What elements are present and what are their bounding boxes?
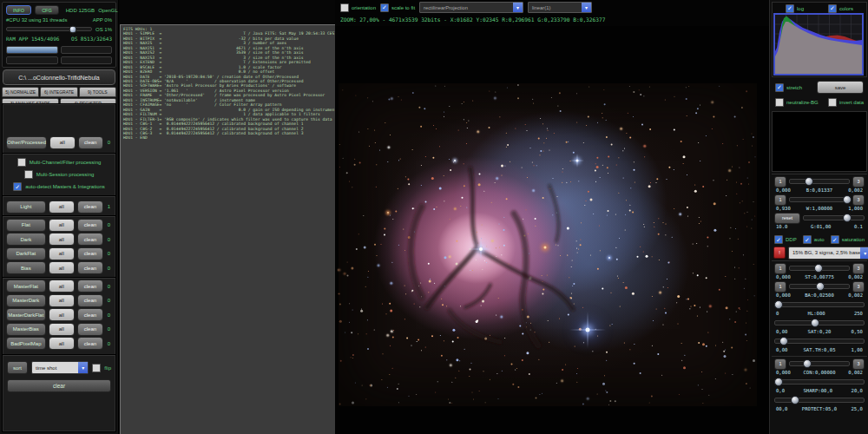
frame-clean-button[interactable]: clean <box>77 219 103 232</box>
chevron-down-icon[interactable]: ▾ <box>860 247 868 259</box>
sort-dropdown[interactable]: time shot ▾ <box>31 361 89 374</box>
slider-decrement-button[interactable]: 1 <box>774 358 786 370</box>
slider-thumb[interactable] <box>843 214 852 222</box>
slider-track[interactable] <box>789 284 850 289</box>
frame-clean-button[interactable]: clean <box>77 233 103 246</box>
chevron-down-icon[interactable]: ▾ <box>78 362 88 373</box>
slider-track[interactable] <box>774 302 865 307</box>
slider-track[interactable] <box>774 339 865 344</box>
frame-type-button[interactable]: Bias <box>6 261 46 274</box>
slider-thumb[interactable] <box>774 378 783 386</box>
ddp-checkbox[interactable]: ✓ <box>774 235 783 244</box>
frame-all-button[interactable]: all <box>49 233 75 246</box>
slider-thumb[interactable] <box>843 195 852 204</box>
slider-increment-button[interactable]: 3 <box>852 263 865 274</box>
fits-header-panel[interactable]: FITS HDUs: 1HDU1 - SIMPLE = T / Java FIT… <box>120 24 340 434</box>
slider-thumb[interactable] <box>805 177 813 186</box>
frame-all-button[interactable]: all <box>49 308 75 321</box>
slider-thumb[interactable] <box>774 300 783 309</box>
frame-clean-button[interactable]: clean <box>77 247 103 260</box>
slider-thumb[interactable] <box>803 359 812 368</box>
frame-all-button[interactable]: all <box>49 201 75 214</box>
frame-type-button[interactable]: Light <box>6 201 46 214</box>
frame-clean-button[interactable]: clean <box>77 261 103 274</box>
frame-clean-button[interactable]: clean <box>77 294 103 307</box>
checkbox[interactable] <box>24 170 33 179</box>
slider-decrement-button[interactable]: 1 <box>774 281 786 293</box>
chevron-down-icon[interactable]: ▾ <box>513 3 523 12</box>
slider-thumb[interactable] <box>791 396 799 404</box>
slider-increment-button[interactable]: 3 <box>852 176 865 187</box>
frame-all-button[interactable]: all <box>49 337 75 350</box>
slider-thumb[interactable] <box>811 319 819 327</box>
slider-track[interactable] <box>789 266 850 271</box>
neutralize-bg-checkbox[interactable] <box>775 98 784 107</box>
tab[interactable]: 9) TOOLS <box>79 87 116 97</box>
sort-button[interactable]: sort <box>7 361 28 374</box>
frame-type-button[interactable]: MasterDark <box>6 294 46 307</box>
clear-button[interactable]: clear <box>7 379 111 392</box>
projection-dropdown[interactable]: rectilinearProjection ▾ <box>419 2 523 13</box>
preset-color-button[interactable]: ! <box>773 247 786 259</box>
auto-checkbox[interactable]: ✓ <box>803 235 812 244</box>
log-checkbox[interactable]: ✓ <box>786 4 794 13</box>
cpu-threads-slider[interactable] <box>6 27 92 31</box>
checkbox[interactable] <box>17 158 26 167</box>
frame-all-button[interactable]: all <box>49 323 75 336</box>
frame-all-button[interactable]: all <box>49 279 75 293</box>
other-processed-button[interactable]: Other/Processed <box>6 136 47 149</box>
other-processed-clean-button[interactable]: clean <box>78 136 103 149</box>
frame-clean-button[interactable]: clean <box>77 279 103 293</box>
chevron-down-icon[interactable]: ▾ <box>582 3 591 12</box>
cpu-threads-slider-thumb[interactable] <box>69 25 76 33</box>
orientation-checkbox[interactable] <box>340 3 349 12</box>
frame-type-button[interactable]: DarkFlat <box>6 247 46 260</box>
frame-type-button[interactable]: MasterFlat <box>6 279 46 293</box>
slider-track[interactable] <box>789 361 850 366</box>
checkbox[interactable]: ✓ <box>13 182 22 191</box>
other-processed-all-button[interactable]: all <box>49 136 75 149</box>
slider-track[interactable] <box>774 379 865 385</box>
frame-clean-button[interactable]: clean <box>77 308 103 321</box>
slider-thumb[interactable] <box>779 337 788 345</box>
stretch-checkbox[interactable]: ✓ <box>775 83 784 92</box>
save-button[interactable]: save <box>817 81 864 94</box>
slider-increment-button[interactable]: 3 <box>852 281 865 293</box>
slider-decrement-button[interactable]: 1 <box>774 176 786 187</box>
frame-all-button[interactable]: all <box>49 294 75 307</box>
slider-decrement-button[interactable]: 1 <box>774 263 786 274</box>
frame-type-button[interactable]: MasterDarkFlat <box>6 308 46 321</box>
frame-all-button[interactable]: all <box>49 261 75 274</box>
frame-all-button[interactable]: all <box>49 247 75 260</box>
frame-clean-button[interactable]: clean <box>77 337 103 350</box>
scale-to-fit-checkbox[interactable]: ✓ <box>380 3 389 12</box>
slider-increment-button[interactable]: 3 <box>852 194 865 206</box>
slider-track[interactable] <box>774 398 865 403</box>
invert-data-checkbox[interactable] <box>828 98 837 107</box>
slider-increment-button[interactable]: 3 <box>852 358 865 370</box>
frame-clean-button[interactable]: clean <box>77 323 103 336</box>
stretch-mode-dropdown[interactable]: linear(1) ▾ <box>528 2 592 13</box>
frame-clean-button[interactable]: clean <box>77 201 103 214</box>
colors-checkbox[interactable]: ✓ <box>828 4 837 13</box>
cfg-button[interactable]: CFG <box>35 5 59 15</box>
slider-decrement-button[interactable]: reset <box>774 213 800 224</box>
slider-thumb[interactable] <box>816 282 825 291</box>
nebula-image[interactable] <box>339 83 757 406</box>
viewer-canvas[interactable] <box>335 26 769 434</box>
saturation-checkbox[interactable]: ✓ <box>831 235 839 244</box>
slider-track[interactable] <box>789 179 850 184</box>
flip-checkbox[interactable] <box>92 364 101 372</box>
frame-type-button[interactable]: MasterBias <box>6 323 46 336</box>
slider-decrement-button[interactable]: 1 <box>774 194 786 206</box>
info-button[interactable]: INFO <box>6 5 31 15</box>
slider-thumb[interactable] <box>814 264 823 273</box>
tab[interactable]: 6) INTEGRATE <box>40 87 77 97</box>
slider-track[interactable] <box>774 320 865 326</box>
frame-type-button[interactable]: BadPixelMap <box>6 337 46 350</box>
frame-type-button[interactable]: Dark <box>6 233 46 246</box>
working-directory-button[interactable]: C:\ ...oColonnello-TrifidNebula <box>3 69 115 85</box>
slider-track[interactable] <box>803 215 865 220</box>
preset-dropdown[interactable]: 15% BG, 3 sigma, 2,5% base ▾ <box>788 247 868 260</box>
frame-type-button[interactable]: Flat <box>6 219 46 232</box>
